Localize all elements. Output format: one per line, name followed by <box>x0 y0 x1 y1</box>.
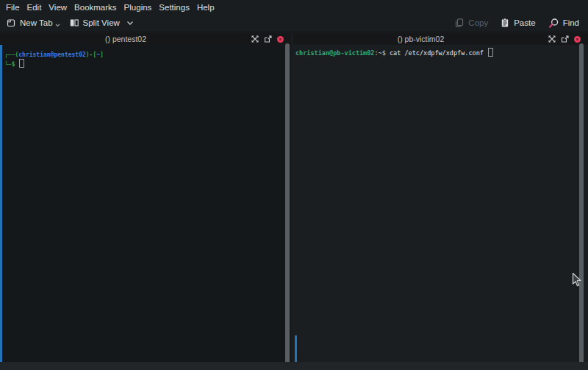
new-tab-button[interactable]: New Tab <box>6 18 60 28</box>
close-view-icon[interactable] <box>574 36 581 43</box>
prompt-line-1: ┌──(christian@pentest02)-[~] <box>4 51 291 59</box>
terminal-output: christian@pb-victim02:~$ cat /etc/xdpfw/… <box>293 45 588 57</box>
split-view-icon <box>69 18 79 28</box>
scroll-highlight-bar <box>0 45 2 362</box>
menu-edit[interactable]: Edit <box>24 1 46 13</box>
paste-button[interactable]: Paste <box>500 18 535 28</box>
terminal-pane-pb-victim02[interactable]: christian@pb-victim02:~$ cat /etc/xdpfw/… <box>293 45 588 362</box>
find-label: Find <box>563 18 579 27</box>
right-pane-scrollbar[interactable] <box>579 43 584 365</box>
menu-view[interactable]: View <box>45 1 71 13</box>
close-view-icon[interactable] <box>277 36 284 43</box>
paste-clipboard-icon <box>500 18 510 28</box>
maximize-view-icon[interactable] <box>548 35 556 43</box>
prompt-line-2: └─$ <box>4 59 291 68</box>
right-pane-title: () pb-victim02 <box>293 35 548 43</box>
menu-bar: File Edit View Bookmarks Plugins Setting… <box>0 0 588 14</box>
prompt-line-1: christian@pb-victim02:~$ cat /etc/xdpfw/… <box>295 48 588 57</box>
right-pane-titlebar: () pb-victim02 <box>293 33 588 45</box>
search-magnifier-icon <box>548 18 559 29</box>
copy-label: Copy <box>468 18 488 27</box>
menu-help[interactable]: Help <box>193 1 218 13</box>
window-bottom-edge <box>0 362 588 370</box>
new-tab-dropdown-caret-icon <box>55 24 60 27</box>
menu-bookmarks[interactable]: Bookmarks <box>71 1 121 13</box>
detach-view-icon[interactable] <box>264 35 272 43</box>
terminal-output: ┌──(christian@pentest02)-[~]└─$ <box>0 45 291 68</box>
find-button[interactable]: Find <box>548 18 579 29</box>
left-pane-title: () pentest02 <box>0 35 251 43</box>
toolbar: New Tab Split View <box>0 14 588 32</box>
menu-plugins[interactable]: Plugins <box>121 1 156 13</box>
menu-settings[interactable]: Settings <box>155 1 193 13</box>
maximize-view-icon[interactable] <box>251 35 259 43</box>
tab-new-icon <box>6 18 16 28</box>
scroll-highlight-bar <box>295 335 297 362</box>
terminal-cursor <box>488 48 493 57</box>
copy-button[interactable]: Copy <box>454 18 488 28</box>
new-tab-label: New Tab <box>20 18 53 27</box>
left-pane-titlebar: () pentest02 <box>0 33 291 45</box>
terminal-cursor <box>19 59 24 68</box>
copy-icon <box>454 18 465 28</box>
konsole-window: File Edit View Bookmarks Plugins Setting… <box>0 0 588 370</box>
terminal-pane-pentest02[interactable]: ┌──(christian@pentest02)-[~]└─$ <box>0 45 291 362</box>
left-pane-scrollbar[interactable] <box>285 43 290 365</box>
split-view-label: Split View <box>83 18 120 27</box>
split-view-button[interactable]: Split View <box>69 18 134 28</box>
menu-file[interactable]: File <box>2 1 24 13</box>
chevron-down-icon <box>126 21 134 26</box>
paste-label: Paste <box>514 18 535 27</box>
detach-view-icon[interactable] <box>561 35 569 43</box>
